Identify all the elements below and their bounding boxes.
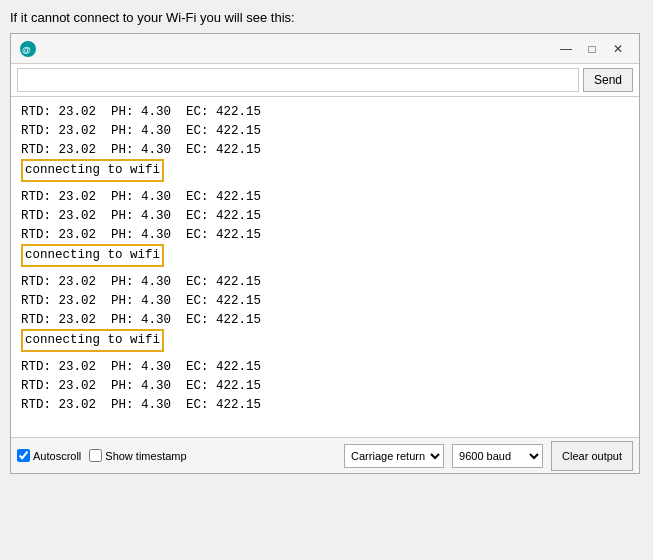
serial-monitor-window: @ — □ ✕ Send RTD: 23.02 PH: 4.30 EC: 422… (10, 33, 640, 474)
wifi-line: connecting to wifi (21, 329, 629, 352)
arduino-icon: @ (19, 40, 37, 58)
wifi-line: connecting to wifi (21, 159, 629, 182)
svg-text:@: @ (22, 45, 31, 55)
message-input[interactable] (17, 68, 579, 92)
output-line: RTD: 23.02 PH: 4.30 EC: 422.15 (21, 292, 629, 311)
output-line: RTD: 23.02 PH: 4.30 EC: 422.15 (21, 226, 629, 245)
minimize-button[interactable]: — (553, 38, 579, 60)
timestamp-text: Show timestamp (105, 450, 186, 462)
timestamp-checkbox[interactable] (89, 449, 102, 462)
clear-output-button[interactable]: Clear output (551, 441, 633, 471)
output-line: RTD: 23.02 PH: 4.30 EC: 422.15 (21, 122, 629, 141)
output-line: RTD: 23.02 PH: 4.30 EC: 422.15 (21, 377, 629, 396)
baud-rate-select[interactable]: 300 baud1200 baud2400 baud4800 baud9600 … (452, 444, 543, 468)
autoscroll-text: Autoscroll (33, 450, 81, 462)
titlebar: @ — □ ✕ (11, 34, 639, 64)
send-button[interactable]: Send (583, 68, 633, 92)
output-area[interactable]: RTD: 23.02 PH: 4.30 EC: 422.15RTD: 23.02… (11, 97, 639, 437)
output-line: RTD: 23.02 PH: 4.30 EC: 422.15 (21, 273, 629, 292)
output-line: RTD: 23.02 PH: 4.30 EC: 422.15 (21, 358, 629, 377)
statusbar: Autoscroll Show timestamp No line ending… (11, 437, 639, 473)
timestamp-label[interactable]: Show timestamp (89, 449, 186, 462)
autoscroll-label[interactable]: Autoscroll (17, 449, 81, 462)
output-line: RTD: 23.02 PH: 4.30 EC: 422.15 (21, 141, 629, 160)
output-line: RTD: 23.02 PH: 4.30 EC: 422.15 (21, 103, 629, 122)
intro-text: If it cannot connect to your Wi-Fi you w… (10, 10, 643, 25)
output-line: RTD: 23.02 PH: 4.30 EC: 422.15 (21, 207, 629, 226)
output-line: RTD: 23.02 PH: 4.30 EC: 422.15 (21, 396, 629, 415)
close-button[interactable]: ✕ (605, 38, 631, 60)
wifi-line: connecting to wifi (21, 244, 629, 267)
output-line: RTD: 23.02 PH: 4.30 EC: 422.15 (21, 311, 629, 330)
maximize-button[interactable]: □ (579, 38, 605, 60)
autoscroll-checkbox[interactable] (17, 449, 30, 462)
carriage-return-select[interactable]: No line endingNewlineCarriage returnBoth… (344, 444, 444, 468)
toolbar: Send (11, 64, 639, 97)
output-line: RTD: 23.02 PH: 4.30 EC: 422.15 (21, 188, 629, 207)
